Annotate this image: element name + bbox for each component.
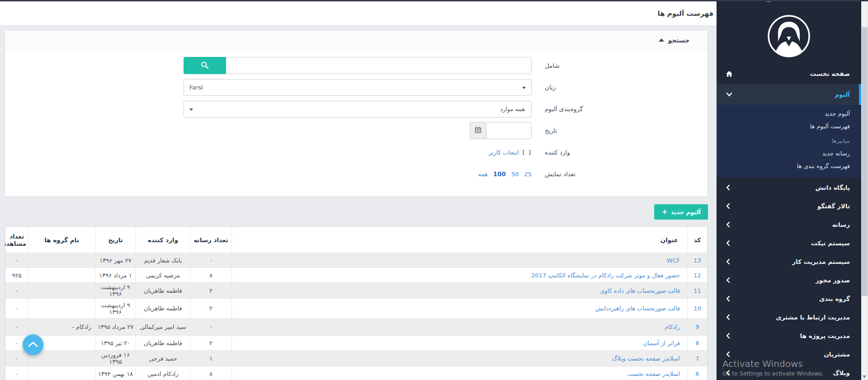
album-code-link[interactable]: 12	[693, 272, 701, 279]
page-size-50[interactable]: 50	[511, 171, 519, 178]
sidebar-menu-item[interactable]: تالار گفتگو	[717, 197, 861, 215]
media-count-cell: ۰	[190, 253, 232, 268]
media-count-cell: ۲	[190, 336, 232, 351]
form-row-date: تاریخ	[5, 122, 708, 139]
sidebar-menu-item[interactable]: مدیریت پروژه ها	[717, 326, 861, 345]
album-code-link[interactable]: 7	[695, 355, 699, 362]
album-title-link[interactable]: اسلایدر صفحه نخست وبلاگ	[612, 355, 680, 362]
submenu-item-groupings-list[interactable]: فهرست گروه بندی ها	[717, 160, 861, 173]
submenu-item-new-media[interactable]: رسانه جدید	[717, 147, 861, 160]
contains-label: شامل	[532, 62, 708, 69]
vertical-scrollbar[interactable]	[861, 1, 868, 380]
submenu-section-shortcuts: میانبرها	[717, 135, 861, 147]
sidebar-menu: پایگاه دانش تالار گفتگو رسانه سی	[717, 178, 861, 380]
album-code-link[interactable]: 10	[693, 305, 701, 312]
sidebar-item-album-active[interactable]: آلبوم	[717, 84, 861, 105]
album-title-link[interactable]: فراتر از آسمان	[643, 340, 680, 347]
column-header-code: کد	[688, 227, 708, 253]
search-form: شامل زبان Farsi	[5, 50, 708, 183]
table-header-row: کد عنوان تعداد رسانه وارد کننده تاریخ نا…	[5, 227, 708, 253]
sidebar-menu-item[interactable]: رسانه	[717, 215, 861, 234]
album-code-link[interactable]: 6	[695, 371, 699, 377]
scrollbar-thumb[interactable]	[862, 27, 868, 296]
view-count-cell: ۰	[5, 319, 28, 336]
view-count-cell: ۰	[5, 366, 28, 380]
date-cell: ۹ اردیبهشت ۱۳۹۶	[95, 283, 136, 299]
search-button[interactable]	[184, 57, 226, 74]
page-size-all[interactable]: همه	[478, 171, 487, 178]
importer-cell: رادکام ادمین	[136, 366, 190, 380]
column-header-groups: نام گروه ها	[28, 227, 95, 253]
page-size-label: تعداد نمایش	[532, 170, 708, 178]
chevron-left-icon	[726, 314, 731, 321]
importer-cell: فاطمه طاهریان	[136, 283, 190, 299]
sidebar-menu-item[interactable]: سیستم مدیریت کار	[717, 252, 861, 271]
sidebar-menu-item[interactable]: گروه بندی	[717, 289, 861, 308]
sidebar-item-label: پایگاه دانش	[815, 184, 850, 191]
language-selected-value: Farsi	[189, 80, 203, 95]
language-select[interactable]: Farsi	[184, 79, 532, 96]
album-code-link[interactable]: 11	[693, 287, 701, 294]
album-title-link[interactable]: قالب صورتحساب های راهبرددانش	[595, 305, 680, 312]
importer-cell: سید امیر میرکمالی	[136, 319, 190, 336]
collapse-up-icon[interactable]	[659, 38, 664, 42]
sidebar-item-home[interactable]: صفحه نخست	[717, 63, 861, 84]
sidebar-item-label: رسانه	[832, 221, 850, 228]
sidebar-item-label: تالار گفتگو	[817, 202, 850, 210]
submenu-item-new-album[interactable]: آلبوم جدید	[717, 108, 861, 120]
sidebar-item-label: صدور مجوز	[816, 277, 850, 284]
sidebar-menu-item[interactable]: سیستم تیکت	[717, 234, 861, 252]
table-row: 12 حضور فعال و موثر شرکت رادکام در نمایش…	[5, 268, 708, 283]
plus-icon: +	[661, 208, 667, 216]
sidebar-menu-item[interactable]: مشتریان	[717, 345, 861, 363]
avatar[interactable]	[767, 14, 811, 58]
date-input[interactable]	[486, 122, 532, 139]
album-code-link[interactable]: 9	[695, 324, 699, 330]
user-checkbox[interactable]: [ ]	[523, 149, 532, 156]
calendar-addon-button[interactable]	[470, 122, 486, 139]
album-title-link[interactable]: WCF	[667, 257, 680, 264]
media-count-cell: ۲	[190, 283, 232, 299]
date-cell: ۲۰ تیر ۱۳۹۵	[95, 336, 136, 351]
chevron-left-icon	[726, 202, 731, 210]
column-header-media-count: تعداد رسانه	[190, 227, 232, 253]
album-submenu: آلبوم جدید فهرست آلبوم ها میانبرها رسانه…	[717, 105, 861, 178]
sidebar-menu-item[interactable]: وبلاگ	[717, 363, 861, 380]
sidebar-menu-item[interactable]: پایگاه دانش	[717, 178, 861, 197]
albums-table-card: کد عنوان تعداد رسانه وارد کننده تاریخ نا…	[5, 226, 708, 380]
main-content-area: فهرست آلبوم ها جستجو شامل	[0, 1, 718, 380]
sidebar-menu-item[interactable]: صدور مجوز	[717, 271, 861, 289]
search-panel-title: جستجو	[668, 37, 689, 44]
window-top-strip	[0, 0, 868, 1]
scrollbar-down-arrow[interactable]	[863, 375, 866, 378]
album-code-link[interactable]: 13	[693, 257, 701, 264]
album-grouping-select[interactable]: همه موارد	[184, 101, 532, 117]
scroll-to-top-button[interactable]	[23, 334, 43, 355]
importer-cell: فاطمه طاهریان	[136, 336, 190, 351]
search-panel-header[interactable]: جستجو	[5, 30, 708, 50]
table-row: 8 فراتر از آسمان ۲ فاطمه طاهریان ۲۰ تیر …	[5, 336, 708, 351]
group-names-cell	[28, 268, 95, 283]
chevron-down-icon	[726, 92, 733, 97]
media-count-cell: ۱	[190, 351, 232, 366]
group-names-cell	[28, 366, 95, 380]
select-user-link[interactable]: انتخاب کاربر	[489, 149, 519, 156]
group-names-cell	[28, 253, 95, 268]
home-icon	[726, 70, 733, 77]
album-title-link[interactable]: رادکام	[665, 324, 680, 330]
chevron-down-icon	[189, 108, 193, 111]
contains-input[interactable]	[226, 57, 532, 74]
new-album-button[interactable]: آلبوم جدید +	[654, 204, 708, 220]
sidebar-menu-item[interactable]: مدیریت ارتباط با مشتری	[717, 308, 861, 326]
grouping-selected-value: همه موارد	[500, 101, 525, 117]
submenu-item-album-list[interactable]: فهرست آلبوم ها	[717, 120, 861, 133]
chevron-left-icon	[726, 258, 731, 265]
album-code-link[interactable]: 8	[695, 340, 699, 347]
album-title-link[interactable]: حضور فعال و موثر شرکت رادکام در نمایشگاه…	[531, 272, 680, 279]
page-size-100-selected[interactable]: 100	[493, 170, 506, 178]
chevron-left-icon	[726, 277, 731, 284]
search-panel: جستجو شامل زبان	[5, 30, 708, 197]
page-size-25[interactable]: 25	[524, 171, 532, 178]
album-title-link[interactable]: قالب صورتحساب های داده کاوی	[600, 287, 680, 294]
album-title-link[interactable]: اسلایدر صفحه نخست	[627, 371, 680, 377]
